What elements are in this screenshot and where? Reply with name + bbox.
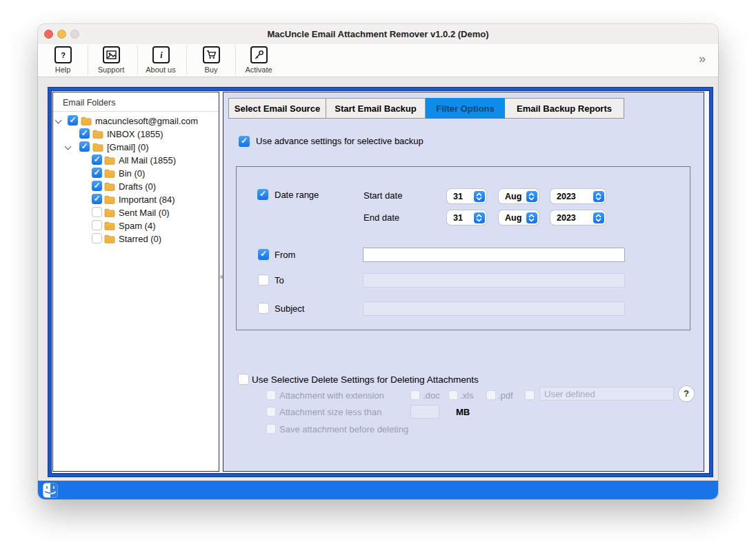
stepper-arrows-icon[interactable] (526, 212, 537, 223)
cart-icon (203, 46, 220, 63)
tree-item[interactable]: Bin (0) (53, 166, 219, 179)
doc-label: .doc (423, 390, 440, 401)
stepper-arrows-icon[interactable] (474, 212, 485, 223)
end-day-stepper[interactable]: 31 (447, 210, 486, 225)
subject-input[interactable] (363, 301, 625, 316)
tree-item[interactable]: Spam (4) (53, 219, 219, 232)
from-input[interactable] (363, 248, 625, 262)
chevron-down-icon[interactable] (56, 118, 61, 123)
user-defined-checkbox[interactable] (525, 390, 535, 400)
user-defined-input[interactable] (539, 387, 674, 401)
selective-delete-checkbox[interactable] (238, 374, 249, 385)
folder-checkbox[interactable] (92, 181, 102, 191)
end-year-stepper[interactable]: 2023 (550, 210, 606, 225)
svg-text:i: i (160, 50, 163, 60)
from-checkbox[interactable] (258, 249, 269, 260)
settings-panel: Select Email SourceStart Email BackupFil… (223, 92, 704, 472)
end-month-stepper[interactable]: Aug (499, 210, 539, 225)
toolbar-activate-button[interactable]: Activate (233, 46, 284, 74)
advance-settings-checkbox[interactable] (239, 136, 250, 147)
toolbar-buy-button[interactable]: Buy (186, 46, 237, 74)
subject-checkbox[interactable] (258, 303, 269, 314)
toolbar-help-button[interactable]: ? Help (37, 46, 88, 74)
size-unit-label: MB (456, 407, 470, 417)
date-range-label: Date range (275, 190, 319, 201)
info-icon: i (152, 46, 170, 63)
titlebar: MacUncle Email Attachment Remover v1.0.2… (38, 24, 718, 44)
stepper-arrows-icon[interactable] (593, 191, 604, 202)
folder-checkbox[interactable] (68, 115, 78, 126)
folder-checkbox[interactable] (92, 194, 102, 204)
tree-item[interactable]: Sent Mail (0) (53, 206, 219, 219)
tab-start-email-backup[interactable]: Start Email Backup (326, 98, 426, 119)
main-content: Email Folders macunclesoft@gmail.comINBO… (48, 88, 713, 477)
chevron-down-icon[interactable] (66, 144, 71, 150)
zoom-button[interactable] (70, 30, 79, 39)
folder-checkbox[interactable] (92, 207, 102, 217)
from-label: From (275, 250, 295, 260)
end-date-label: End date (364, 212, 399, 223)
minimize-button[interactable] (57, 30, 66, 39)
attachment-size-checkbox[interactable] (266, 407, 276, 417)
start-month-stepper[interactable]: Aug (499, 189, 539, 203)
status-bar (38, 481, 718, 499)
pdf-checkbox[interactable] (486, 390, 496, 400)
doc-checkbox[interactable] (410, 390, 420, 400)
stepper-arrows-icon[interactable] (526, 191, 537, 202)
pdf-label: .pdf (498, 390, 513, 401)
support-icon (103, 46, 120, 63)
folder-panel: Email Folders macunclesoft@gmail.comINBO… (52, 92, 219, 472)
stepper-arrows-icon[interactable] (593, 212, 604, 223)
start-date-label: Start date (364, 190, 402, 201)
tree-item[interactable]: macunclesoft@gmail.com (53, 114, 219, 127)
tab-bar: Select Email SourceStart Email BackupFil… (228, 98, 624, 119)
to-input[interactable] (363, 273, 625, 288)
toolbar-about-button[interactable]: i About us (135, 46, 186, 74)
xls-label: .xls (460, 390, 474, 401)
toolbar-support-button[interactable]: Support (86, 46, 137, 74)
svg-text:?: ? (61, 51, 66, 59)
save-attachment-checkbox[interactable] (266, 424, 276, 434)
selective-delete-label: Use Selective Delete Settings for Deleti… (252, 374, 479, 385)
filter-groupbox: Date range Start date End date 31 Aug 20… (236, 166, 690, 330)
size-input[interactable] (410, 405, 439, 419)
tree-item[interactable]: Drafts (0) (53, 179, 219, 192)
folder-checkbox[interactable] (92, 168, 102, 178)
toolbar-overflow-button[interactable]: » (699, 52, 706, 66)
start-day-stepper[interactable]: 31 (447, 189, 486, 203)
tree-item[interactable]: Starred (0) (53, 232, 219, 245)
close-button[interactable] (44, 30, 53, 39)
app-window: MacUncle Email Attachment Remover v1.0.2… (38, 24, 718, 499)
tab-select-email-source[interactable]: Select Email Source (228, 98, 326, 119)
folder-icon (104, 234, 115, 246)
attachment-extension-label: Attachment with extension (279, 390, 384, 401)
tree-item[interactable]: [Gmail] (0) (53, 140, 219, 153)
tree-item[interactable]: Important (84) (53, 192, 219, 206)
folder-checkbox[interactable] (92, 220, 102, 230)
tab-filter-options[interactable]: Filter Options (426, 98, 505, 119)
advance-settings-label: Use advance settings for selective backu… (256, 136, 424, 147)
attachment-extension-checkbox[interactable] (266, 390, 276, 400)
subject-label: Subject (275, 303, 304, 314)
tree-item[interactable]: All Mail (1855) (53, 153, 219, 166)
key-icon (250, 46, 268, 63)
folder-checkbox[interactable] (92, 233, 102, 243)
folder-checkbox[interactable] (79, 141, 90, 152)
xls-checkbox[interactable] (448, 390, 458, 400)
stepper-arrows-icon[interactable] (474, 191, 485, 202)
to-checkbox[interactable] (258, 274, 269, 285)
toolbar: ? Help Support i About us Buy Activate » (38, 44, 718, 77)
tab-email-backup-reports[interactable]: Email Backup Reports (505, 98, 624, 119)
date-range-checkbox[interactable] (257, 189, 268, 200)
folder-panel-header: Email Folders (63, 98, 115, 108)
divider (53, 111, 219, 112)
start-year-stepper[interactable]: 2023 (550, 189, 606, 203)
folder-checkbox[interactable] (92, 154, 102, 165)
window-title: MacUncle Email Attachment Remover v1.0.2… (38, 24, 718, 45)
folder-tree: macunclesoft@gmail.comINBOX (1855)[Gmail… (53, 114, 219, 245)
folder-checkbox[interactable] (79, 128, 90, 139)
help-icon: ? (54, 46, 72, 63)
tree-item[interactable]: INBOX (1855) (53, 127, 219, 140)
help-circle-button[interactable]: ? (679, 386, 694, 401)
save-attachment-label: Save attachment before deleting (279, 424, 408, 434)
